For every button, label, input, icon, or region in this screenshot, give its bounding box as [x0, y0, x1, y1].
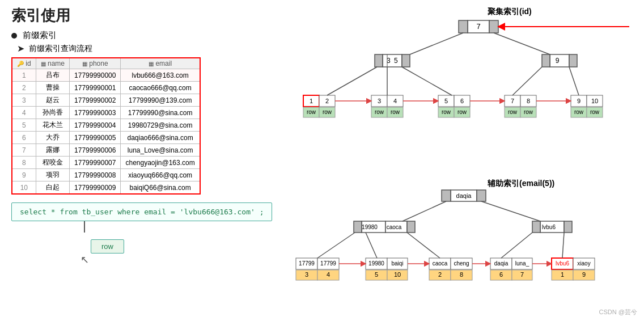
svg-text:8: 8: [460, 271, 463, 278]
cell-phone: 17799990002: [70, 94, 121, 107]
cell-id: 9: [12, 169, 36, 181]
watermark: CSDN @芸兮: [599, 308, 637, 316]
svg-text:caoca: caoca: [387, 224, 402, 230]
svg-line-130: [562, 233, 564, 258]
svg-line-126: [317, 233, 355, 258]
cell-phone: 17799990006: [70, 144, 121, 157]
table-row: 5花木兰1779999000419980729@sina.com: [12, 119, 200, 132]
result-row-box: row: [91, 239, 124, 254]
svg-rect-75: [407, 221, 415, 233]
svg-rect-74: [354, 221, 362, 233]
svg-text:row: row: [457, 109, 467, 115]
svg-text:lvbu6: lvbu6: [542, 224, 556, 230]
cell-email: luna_Love@sina.com: [121, 144, 200, 157]
bullet-item-prefix: 前缀索引: [11, 30, 283, 41]
secondary-btree-svg: daqia 19980 caoca lvbu6 17799 17799: [278, 187, 641, 321]
svg-rect-8: [375, 54, 383, 67]
svg-rect-79: [564, 221, 572, 233]
table-row: 8程咬金17799990007chengyaojin@163.com: [12, 157, 200, 169]
svg-text:lvbu6: lvbu6: [556, 260, 569, 267]
cell-id: 2: [12, 82, 36, 94]
col-phone-header: ▦ phone: [70, 58, 121, 69]
col-email-header: ▦ email: [121, 58, 200, 69]
svg-line-129: [501, 233, 532, 258]
svg-rect-9: [402, 54, 410, 67]
table-row: 4孙尚香1779999000317799990@sina.com: [12, 107, 200, 119]
cell-phone: 17799990003: [70, 107, 121, 119]
cluster-btree-svg: 7 3 5 9 1 2: [278, 16, 641, 175]
svg-text:row: row: [574, 109, 584, 115]
svg-text:luna_: luna_: [515, 260, 529, 267]
cell-email: lvbu666@163.com: [121, 69, 200, 82]
cell-phone: 17799990009: [70, 181, 121, 195]
bullet-label: 前缀索引: [23, 30, 57, 41]
svg-text:3: 3: [378, 98, 381, 104]
cell-phone: 17799990007: [70, 157, 121, 169]
svg-line-60: [327, 67, 377, 95]
svg-text:17799: 17799: [320, 260, 336, 267]
cell-name: 白起: [36, 181, 69, 195]
cell-email: 19980729@sina.com: [121, 119, 200, 132]
svg-rect-10: [550, 54, 569, 67]
cell-phone: 17799990000: [70, 69, 121, 82]
svg-text:row: row: [391, 109, 400, 115]
cell-phone: 17799990004: [70, 119, 121, 132]
table-row: 9项羽17799990008xiaoyuq666@qq.com: [12, 169, 200, 181]
svg-line-128: [407, 233, 440, 258]
cell-email: baiqiQ66@sina.com: [121, 181, 200, 195]
svg-text:6: 6: [460, 98, 464, 104]
svg-rect-78: [532, 221, 540, 233]
table-row: 1吕布17799990000lvbu666@163.com: [12, 69, 200, 82]
svg-text:8: 8: [527, 98, 530, 104]
cell-name: 花木兰: [36, 119, 69, 132]
svg-text:row: row: [508, 109, 518, 115]
cell-id: 10: [12, 181, 36, 195]
cell-id: 7: [12, 144, 36, 157]
cell-name: 曹操: [36, 82, 69, 94]
cell-id: 4: [12, 107, 36, 119]
cell-name: 孙尚香: [36, 107, 69, 119]
svg-text:daqia: daqia: [456, 192, 472, 199]
svg-rect-69: [477, 190, 486, 201]
svg-text:9: 9: [582, 271, 586, 278]
table-row: 7露娜17799990006luna_Love@sina.com: [12, 144, 200, 157]
svg-rect-2: [459, 20, 468, 33]
svg-text:2: 2: [325, 98, 329, 104]
svg-text:row: row: [442, 109, 451, 115]
cell-name: 大乔: [36, 132, 69, 144]
bullet-dot: [11, 33, 17, 39]
cell-name: 露娜: [36, 144, 69, 157]
svg-text:7: 7: [520, 271, 524, 278]
svg-rect-12: [542, 54, 550, 67]
svg-text:9: 9: [556, 57, 560, 65]
svg-line-63: [512, 67, 542, 95]
page: 索引使用 前缀索引 ➤ 前缀索引查询流程 🔑 id ▦ name ▦ phone…: [0, 0, 644, 321]
arrow-symbol: ➤: [17, 43, 24, 54]
svg-rect-3: [489, 20, 498, 33]
svg-text:row: row: [375, 109, 384, 115]
cell-id: 1: [12, 69, 36, 82]
cell-email: caocao666@qq.com: [121, 82, 200, 94]
svg-rect-4: [383, 54, 402, 67]
svg-line-14: [410, 33, 463, 54]
sql-query: select * from tb_user where email = 'lvb…: [11, 202, 272, 221]
arrow-item-flow: ➤ 前缀索引查询流程: [17, 43, 283, 54]
cell-email: 17799990@139.com: [121, 94, 200, 107]
cell-id: 5: [12, 119, 36, 132]
cell-id: 3: [12, 94, 36, 107]
svg-text:1: 1: [310, 98, 313, 104]
cell-name: 项羽: [36, 169, 69, 181]
svg-text:6: 6: [499, 271, 503, 278]
svg-text:5: 5: [444, 98, 448, 104]
svg-text:row: row: [307, 109, 316, 115]
cell-email: chengyaojin@163.com: [121, 157, 200, 169]
svg-text:10: 10: [394, 271, 401, 278]
cell-phone: 17799990001: [70, 82, 121, 94]
cell-id: 6: [12, 132, 36, 144]
left-panel: 索引使用 前缀索引 ➤ 前缀索引查询流程 🔑 id ▦ name ▦ phone…: [11, 6, 283, 266]
table-row: 2曹操17799990001caocao666@qq.com: [12, 82, 200, 94]
svg-text:9: 9: [577, 98, 581, 104]
svg-text:xiaoy: xiaoy: [577, 260, 590, 267]
svg-text:7: 7: [476, 22, 480, 31]
svg-text:4: 4: [327, 271, 330, 278]
